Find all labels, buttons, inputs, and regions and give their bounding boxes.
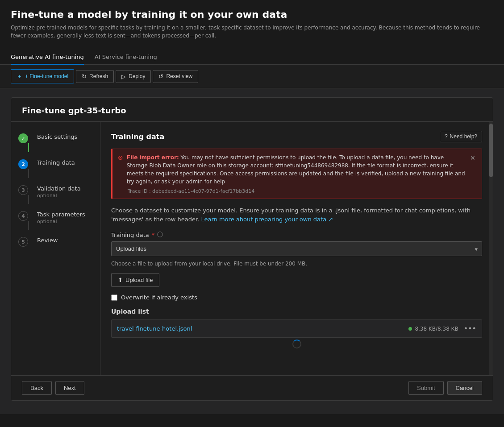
reset-view-button[interactable]: ↺ Reset view: [153, 70, 198, 83]
field-label: Training data * ⓘ: [111, 231, 482, 239]
step-label-2: Training data: [37, 159, 93, 167]
footer-left: Back Next: [22, 381, 84, 395]
main-content: Fine-tune gpt-35-turbo ✓ Basic settings: [0, 88, 504, 414]
error-banner: ⊗ File import error: You may not have su…: [111, 149, 482, 199]
upload-icon: ⬆: [118, 277, 123, 283]
step-label-4: Task parameters: [37, 211, 93, 219]
learn-more-link[interactable]: Learn more about preparing your own data…: [201, 216, 333, 223]
toolbar: ＋ + Fine-tune model ↻ Refresh ▷ Deploy ↺…: [0, 65, 504, 88]
panel-scroll-wrapper: Training data ? Need help? ⊗ File import…: [100, 122, 493, 375]
tabs-row: Generative AI fine-tuning AI Service fin…: [0, 50, 504, 65]
page-subtitle: Optimize pre-trained models for specific…: [11, 24, 493, 40]
tab-generative-ai[interactable]: Generative AI fine-tuning: [11, 50, 84, 65]
reset-icon: ↺: [158, 73, 163, 80]
refresh-icon: ↻: [82, 73, 87, 80]
error-close-button[interactable]: ✕: [469, 153, 476, 162]
file-status-icon: [408, 327, 412, 331]
step-sublabel-4: optional: [37, 219, 93, 224]
description-text: Choose a dataset to customize your model…: [111, 206, 482, 224]
plus-icon: ＋: [17, 72, 22, 80]
overwrite-checkbox[interactable]: [111, 294, 117, 301]
scrollbar-thumb[interactable]: [489, 124, 493, 177]
wizard-panel: Training data ? Need help? ⊗ File import…: [100, 122, 493, 375]
wizard-steps: ✓ Basic settings 2 Training data: [11, 122, 100, 375]
error-banner-header: ⊗ File import error: You may not have su…: [118, 153, 476, 186]
file-actions-menu[interactable]: •••: [464, 324, 476, 333]
field-hint: Choose a file to upload from your local …: [111, 261, 482, 267]
wizard-footer: Back Next Submit Cancel: [11, 375, 493, 400]
step-text-1: Basic settings: [37, 133, 93, 141]
refresh-button[interactable]: ↻ Refresh: [76, 70, 114, 83]
page-title: Fine-tune a model by training it on your…: [11, 9, 493, 20]
step-connector-2: [28, 169, 29, 178]
step-text-3: Validation data optional: [37, 185, 93, 199]
step-item-training-data[interactable]: 2 Training data: [18, 157, 93, 181]
step-item-basic-settings[interactable]: ✓ Basic settings: [18, 131, 93, 155]
error-trace: Trace ID : debedecd-ae11-4c07-97d1-facf1…: [128, 188, 476, 194]
submit-button[interactable]: Submit: [408, 381, 443, 395]
need-help-button[interactable]: ? Need help?: [440, 131, 482, 142]
step-connector-1: [28, 143, 29, 152]
overwrite-label[interactable]: Overwrite if already exists: [121, 294, 197, 301]
info-icon[interactable]: ⓘ: [157, 231, 163, 239]
error-text: File import error: You may not have suff…: [127, 153, 466, 186]
step-sublabel-3: optional: [37, 193, 93, 199]
step-connector-4: [28, 221, 29, 230]
overwrite-checkbox-row: Overwrite if already exists: [111, 294, 482, 301]
step-text-4: Task parameters optional: [37, 211, 93, 224]
step-circle-4: 4: [18, 211, 28, 221]
error-circle-icon: ⊗: [118, 154, 123, 161]
wizard-title: Fine-tune gpt-35-turbo: [11, 98, 493, 122]
required-marker: *: [152, 232, 155, 238]
step-circle-3: 3: [18, 185, 28, 195]
step-item-task-params[interactable]: 4 Task parameters optional: [18, 208, 93, 232]
upload-list-title: Upload list: [111, 308, 482, 315]
step-label-5: Review: [37, 237, 93, 245]
fine-tune-model-button[interactable]: ＋ + Fine-tune model: [11, 69, 74, 83]
step-item-review[interactable]: 5 Review: [18, 234, 93, 249]
spinner-graphic: [292, 340, 301, 348]
step-connector-3: [28, 195, 29, 204]
step-label-3: Validation data: [37, 185, 93, 193]
panel-header: Training data ? Need help?: [111, 131, 482, 142]
step-circle-2: 2: [18, 159, 28, 169]
scrollbar-track[interactable]: [489, 122, 493, 375]
deploy-icon: ▷: [121, 73, 126, 80]
loading-spinner: [292, 340, 301, 348]
step-circle-1: ✓: [18, 133, 28, 143]
training-data-select-wrapper: Upload files Azure Blob Storage Azure Da…: [111, 241, 482, 256]
step-label-1: Basic settings: [37, 133, 93, 141]
step-circle-5: 5: [18, 237, 28, 247]
training-data-select[interactable]: Upload files Azure Blob Storage Azure Da…: [111, 241, 482, 256]
deploy-button[interactable]: ▷ Deploy: [116, 70, 151, 83]
tab-ai-service[interactable]: AI Service fine-tuning: [95, 50, 157, 65]
upload-file-name: travel-finetune-hotel.jsonl: [117, 325, 408, 332]
step-text-5: Review: [37, 237, 93, 245]
step-item-validation-data[interactable]: 3 Validation data optional: [18, 182, 93, 207]
page-header: Fine-tune a model by training it on your…: [0, 0, 504, 44]
back-button[interactable]: Back: [22, 381, 52, 395]
upload-list-section: Upload list travel-finetune-hotel.jsonl …: [111, 308, 482, 338]
help-icon: ?: [445, 133, 448, 140]
upload-list-item: travel-finetune-hotel.jsonl 8.38 KB/8.38…: [111, 319, 482, 338]
upload-file-size: 8.38 KB/8.38 KB: [408, 326, 458, 332]
wizard-container: Fine-tune gpt-35-turbo ✓ Basic settings: [11, 97, 493, 401]
next-button[interactable]: Next: [55, 381, 84, 395]
upload-file-button[interactable]: ⬆ Upload file: [111, 273, 159, 287]
footer-right: Submit Cancel: [408, 381, 482, 395]
wizard-body: ✓ Basic settings 2 Training data: [11, 122, 493, 375]
step-text-2: Training data: [37, 159, 93, 167]
cancel-button[interactable]: Cancel: [447, 381, 482, 395]
panel-title: Training data: [111, 133, 164, 141]
error-title: File import error:: [127, 154, 179, 161]
